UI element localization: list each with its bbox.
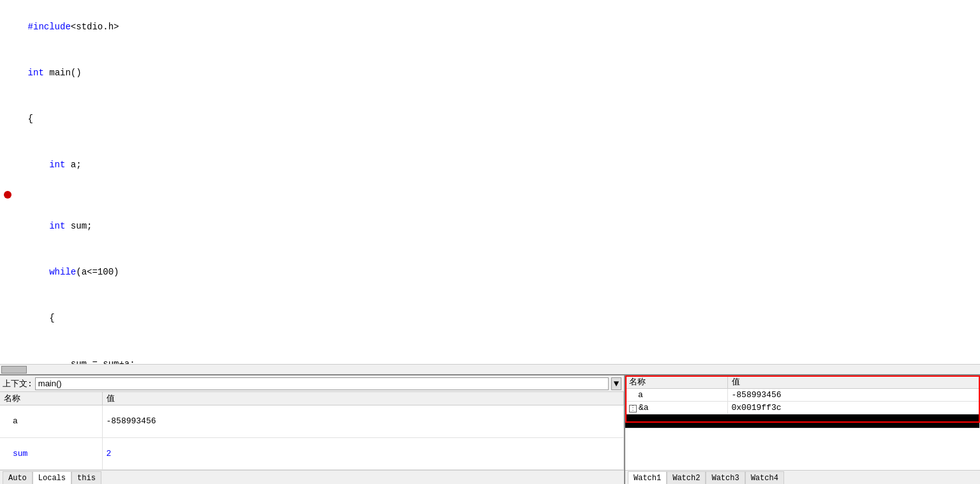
code-line-1: #include<stdio.h> [6, 4, 980, 50]
watch-table-wrapper: 名称 值 a -858993456 ⋮&a 0x0019ff3c [625, 375, 980, 470]
code-line-2: int main() [6, 50, 980, 96]
context-bar: 上下文: ▼ [0, 375, 624, 392]
code-line-7: { [6, 295, 980, 341]
include-keyword: #include [28, 22, 71, 32]
debug-col-name: 名称 [0, 392, 102, 405]
debug-variables-table: 名称 值 a -858993456 sum 2 [0, 392, 624, 470]
debug-col-value: 值 [102, 392, 624, 405]
code-line-6: while(a<=100) [6, 249, 980, 295]
breakpoint-indicator [4, 191, 11, 199]
tab-watch3[interactable]: Watch3 [706, 471, 745, 484]
debug-var-value-a: -858993456 [102, 405, 624, 438]
horizontal-scrollbar[interactable] [0, 364, 980, 374]
debug-var-value-sum: 2 [102, 437, 624, 470]
watch-var-value-addr-a: 0x0019ff3c [727, 402, 980, 414]
watch-col-name: 名称 [625, 375, 727, 389]
scrollbar-thumb[interactable] [1, 366, 27, 374]
context-input[interactable] [35, 377, 609, 390]
watch-tabs-bar: Watch1 Watch2 Watch3 Watch4 [625, 470, 980, 484]
context-label: 上下文: [3, 378, 33, 389]
watch-table: 名称 值 a -858993456 ⋮&a 0x0019ff3c [625, 375, 980, 428]
debug-row-sum: sum 2 [0, 437, 624, 470]
debug-row-a: a -858993456 [0, 405, 624, 438]
code-line-4: int a; [6, 142, 980, 188]
watch-var-name-addr-a: ⋮&a [625, 402, 727, 414]
watch-black-row [625, 414, 980, 428]
tab-this[interactable]: this [71, 471, 101, 484]
watch-row-addr-a: ⋮&a 0x0019ff3c [625, 402, 980, 414]
debug-left-panel: 上下文: ▼ 名称 值 a -858993456 sum 2 [0, 375, 625, 484]
code-editor[interactable]: #include<stdio.h> int main() { int a; in… [0, 0, 980, 364]
code-line-5: int sum; [6, 188, 980, 249]
debug-var-name-sum: sum [0, 437, 102, 470]
watch-row-a: a -858993456 [625, 389, 980, 402]
code-line-3: { [6, 96, 980, 142]
expand-icon[interactable]: ⋮ [629, 405, 637, 412]
debug-var-name-a: a [0, 405, 102, 438]
code-line-8: sum = sum+a; [6, 341, 980, 364]
tab-auto[interactable]: Auto [3, 471, 33, 484]
tab-watch2[interactable]: Watch2 [667, 471, 706, 484]
watch-var-value-a: -858993456 [727, 389, 980, 402]
tab-locals[interactable]: Locals [33, 471, 71, 484]
tab-watch1[interactable]: Watch1 [628, 471, 667, 484]
watch-var-name-a: a [625, 389, 727, 402]
debug-tabs-bar: Auto Locals this [0, 470, 624, 484]
bottom-panel: 上下文: ▼ 名称 值 a -858993456 sum 2 [0, 374, 980, 484]
watch-col-value: 值 [727, 375, 980, 389]
debug-right-panel: 名称 值 a -858993456 ⋮&a 0x0019ff3c [625, 375, 980, 484]
tab-watch4[interactable]: Watch4 [745, 471, 784, 484]
context-dropdown[interactable]: ▼ [611, 377, 621, 390]
